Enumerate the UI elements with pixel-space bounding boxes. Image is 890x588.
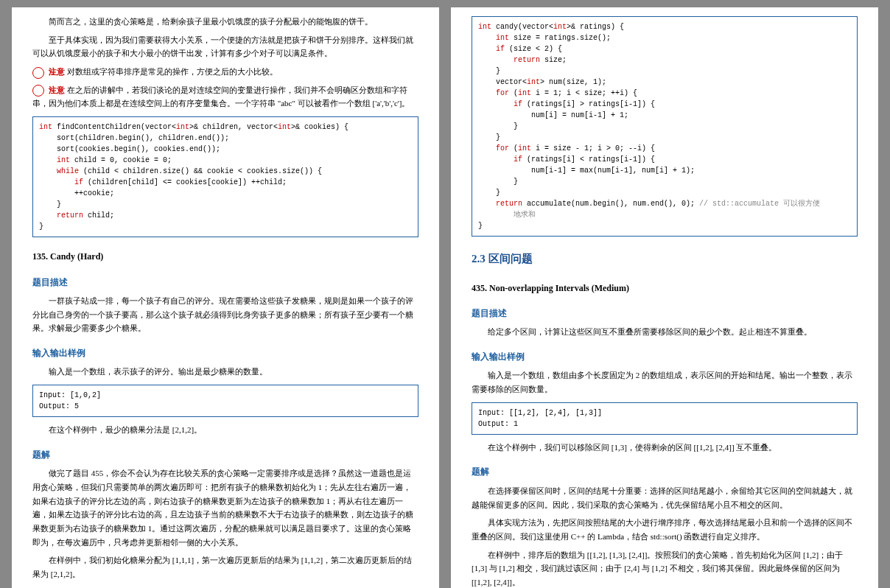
para: 给定多个区间，计算让这些区间互不重叠所需要移除区间的最少个数。起止相连不算重叠。 (472, 325, 858, 339)
note-icon: ✎ (32, 67, 44, 79)
section-heading: 题目描述 (472, 306, 858, 321)
code-block: int candy(vector<int>& ratings) { int si… (472, 16, 858, 237)
para: 至于具体实现，因为我们需要获得大小关系，一个便捷的方法就是把孩子和饼干分别排序。… (32, 33, 418, 60)
para: 在这个样例中，最少的糖果分法是 [2,1,2]。 (32, 423, 418, 437)
section-heading: 题解 (472, 464, 858, 479)
para: 一群孩子站成一排，每一个孩子有自己的评分。现在需要给这些孩子发糖果，规则是如果一… (32, 294, 418, 335)
para: 输入是一个数组，数组由多个长度固定为 2 的数组组成，表示区间的开始和结尾。输出… (472, 368, 858, 396)
page-left: 简而言之，这里的贪心策略是，给剩余孩子里最小饥饿度的孩子分配最小的能饱腹的饼干。… (12, 7, 439, 588)
section-heading: 输入输出样例 (32, 346, 418, 360)
para: 做完了题目 455，你会不会认为存在比较关系的贪心策略一定需要排序或是选择？虽然… (32, 466, 418, 549)
para: 简而言之，这里的贪心策略是，给剩余孩子里最小饥饿度的孩子分配最小的能饱腹的饼干。 (32, 15, 418, 29)
section-heading: 题解 (32, 447, 418, 462)
io-block: Input: [[1,2], [2,4], [1,3]] Output: 1 (472, 402, 858, 435)
note-icon: ✎ (32, 85, 44, 97)
code-block: int findContentChildren(vector<int>& chi… (32, 116, 418, 237)
note: ✎注意 对数组或字符串排序是常见的操作，方便之后的大小比较。 (32, 65, 418, 79)
para: 具体实现方法为，先把区间按照结尾的大小进行增序排序，每次选择结尾最小且和前一个选… (472, 516, 858, 543)
note-text: 在之后的讲解中，若我们谈论的是对连续空间的变量进行操作，我们并不会明确区分数组和… (32, 85, 410, 108)
note-text: 对数组或字符串排序是常见的操作，方便之后的大小比较。 (65, 67, 278, 76)
page-spread: 简而言之，这里的贪心策略是，给剩余孩子里最小饥饿度的孩子分配最小的能饱腹的饼干。… (0, 0, 890, 588)
para: 输入是一个数组，表示孩子的评分。输出是最少糖果的数量。 (32, 365, 418, 379)
problem-title: 135. Candy (Hard) (32, 249, 418, 264)
note-tag: 注意 (49, 85, 65, 94)
note-tag: 注意 (49, 67, 65, 76)
io-block: Input: [1,0,2] Output: 5 (32, 385, 418, 417)
section-title: 2.3 区间问题 (472, 250, 858, 269)
para: 在选择要保留区间时，区间的结尾十分重要：选择的区间结尾越小，余留给其它区间的空间… (472, 484, 858, 511)
note: ✎注意 在之后的讲解中，若我们谈论的是对连续空间的变量进行操作，我们并不会明确区… (32, 83, 418, 111)
para: 在这个样例中，我们可以移除区间 [1,3]，使得剩余的区间 [[1,2], [2… (472, 441, 858, 455)
section-heading: 输入输出样例 (472, 349, 858, 364)
para: 在样例中，排序后的数组为 [[1,2], [1,3], [2,4]]。按照我们的… (472, 548, 858, 588)
page-right: int candy(vector<int>& ratings) { int si… (451, 7, 878, 588)
section-heading: 题目描述 (32, 275, 418, 290)
para: 在样例中，我们初始化糖果分配为 [1,1,1]，第一次遍历更新后的结果为 [1,… (32, 553, 418, 581)
problem-title: 435. Non-overlapping Intervals (Medium) (472, 281, 858, 295)
